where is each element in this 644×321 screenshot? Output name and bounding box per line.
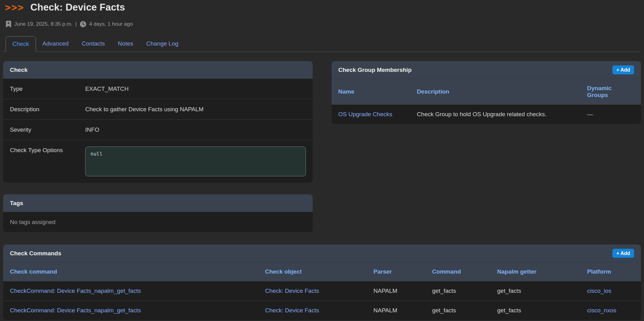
command-value: get_facts <box>425 281 490 301</box>
check-object-link[interactable]: Check: Device Facts <box>265 307 319 314</box>
attr-value: INFO <box>85 126 306 133</box>
title-row: >>> Check: Device Facts <box>3 2 641 13</box>
napalm-getter-value: get_facts <box>490 281 580 301</box>
last-updated-relative: 4 days, 1 hour ago <box>89 20 133 28</box>
column-header-napalm-getter[interactable]: Napalm getter <box>490 262 580 281</box>
attr-value: EXACT_MATCH <box>85 85 306 92</box>
attr-row-type: Type EXACT_MATCH <box>3 79 313 99</box>
check-group-membership-panel: Check Group Membership + Add Name Descri… <box>332 61 641 124</box>
check-group-membership-title: Check Group Membership <box>338 67 412 73</box>
check-panel-title: Check <box>10 67 28 73</box>
check-group-membership-table: Name Description Dynamic Groups OS Upgra… <box>332 79 641 124</box>
check-command-link[interactable]: CheckCommand: Device Facts_napalm_get_fa… <box>10 307 141 314</box>
parser-value: NAPALM <box>367 301 425 320</box>
tab-check[interactable]: Check <box>6 36 36 52</box>
check-group-description: Check Group to hold OS Upgrade related c… <box>410 105 580 124</box>
attr-value: null <box>85 147 306 176</box>
page-header: >>> Check: Device Facts June 19, 2025, 8… <box>3 2 641 28</box>
attr-label: Type <box>10 85 85 92</box>
left-column: Check Type EXACT_MATCH Description Check… <box>3 61 313 232</box>
attr-value: Check to gather Device Facts using NAPAL… <box>85 106 306 113</box>
tab-contacts[interactable]: Contacts <box>75 36 111 51</box>
column-header-dynamic-groups[interactable]: Dynamic Groups <box>580 79 641 105</box>
tab-bar: Check Advanced Contacts Notes Change Log <box>3 36 641 52</box>
tags-panel-header: Tags <box>3 194 313 212</box>
clock-icon <box>80 21 86 28</box>
command-value: get_facts <box>425 301 490 320</box>
check-type-options-code-block: null <box>85 147 306 176</box>
platform-link[interactable]: cisco_nxos <box>587 307 616 314</box>
tags-panel: Tags No tags assigned <box>3 194 313 232</box>
table-header-row: Name Description Dynamic Groups <box>332 79 641 105</box>
column-header-description[interactable]: Description <box>410 79 580 105</box>
meta-separator: | <box>75 20 77 28</box>
column-header-check-object[interactable]: Check object <box>258 262 367 281</box>
column-header-parser[interactable]: Parser <box>367 262 425 281</box>
page: >>> Check: Device Facts June 19, 2025, 8… <box>0 0 644 320</box>
column-header-platform[interactable]: Platform <box>580 262 641 281</box>
table-row: CheckCommand: Device Facts_napalm_get_fa… <box>3 301 641 320</box>
bookmark-plus-icon <box>6 21 11 28</box>
platform-link[interactable]: cisco_ios <box>587 288 611 294</box>
column-header-check-command[interactable]: Check command <box>3 262 258 281</box>
check-panel: Check Type EXACT_MATCH Description Check… <box>3 61 313 183</box>
attr-label: Description <box>10 106 85 113</box>
column-header-name[interactable]: Name <box>332 79 410 105</box>
created-timestamp: June 19, 2025, 8:35 p.m. <box>14 20 73 28</box>
check-commands-panel: Check Commands + Add Check command Check… <box>3 244 641 320</box>
attr-label: Severity <box>10 126 85 133</box>
check-object-link[interactable]: Check: Device Facts <box>265 288 319 294</box>
tags-panel-title: Tags <box>10 200 23 207</box>
tags-empty-row: No tags assigned <box>3 212 313 232</box>
attr-row-description: Description Check to gather Device Facts… <box>3 99 313 119</box>
no-tags-text: No tags assigned <box>10 218 55 226</box>
attr-row-check-type-options: Check Type Options null <box>3 140 313 183</box>
add-check-group-button[interactable]: + Add <box>612 65 634 74</box>
attr-label: Check Type Options <box>10 147 85 154</box>
tab-change-log[interactable]: Change Log <box>140 36 185 51</box>
dynamic-groups-value: — <box>580 105 641 124</box>
check-panel-header: Check <box>3 61 313 79</box>
table-row: OS Upgrade Checks Check Group to hold OS… <box>332 105 641 124</box>
check-commands-title: Check Commands <box>10 250 61 257</box>
check-group-membership-header: Check Group Membership + Add <box>332 61 641 79</box>
object-meta-row: June 19, 2025, 8:35 p.m. | 4 days, 1 hou… <box>3 20 641 28</box>
tab-notes[interactable]: Notes <box>111 36 140 51</box>
page-title: Check: Device Facts <box>30 2 125 13</box>
check-command-link[interactable]: CheckCommand: Device Facts_napalm_get_fa… <box>10 288 141 294</box>
table-header-row: Check command Check object Parser Comman… <box>3 262 641 281</box>
napalm-getter-value: get_facts <box>490 301 580 320</box>
table-row: CheckCommand: Device Facts_napalm_get_fa… <box>3 281 641 301</box>
add-check-command-button[interactable]: + Add <box>612 249 634 258</box>
column-header-command[interactable]: Command <box>425 262 490 281</box>
parser-value: NAPALM <box>367 281 425 301</box>
tab-advanced[interactable]: Advanced <box>36 36 75 51</box>
main-content: Check Type EXACT_MATCH Description Check… <box>3 61 641 320</box>
check-commands-table: Check command Check object Parser Comman… <box>3 262 641 320</box>
check-group-link[interactable]: OS Upgrade Checks <box>338 111 392 117</box>
right-column: Check Group Membership + Add Name Descri… <box>332 61 641 124</box>
nautobot-logo-chevrons-icon[interactable]: >>> <box>5 2 24 13</box>
check-commands-header: Check Commands + Add <box>3 244 641 262</box>
attr-row-severity: Severity INFO <box>3 119 313 140</box>
